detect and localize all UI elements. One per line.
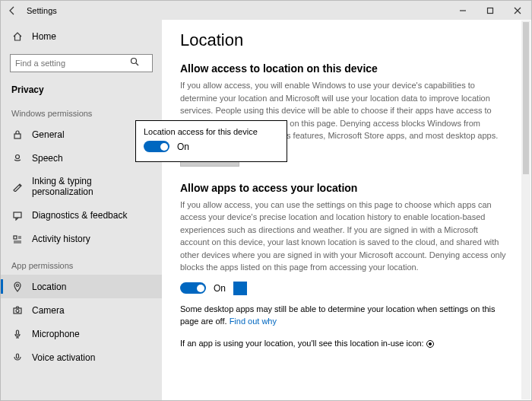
apps-location-toggle[interactable] (180, 282, 206, 294)
svg-rect-4 (14, 212, 21, 218)
location-in-use-icon (426, 340, 434, 348)
svg-point-1 (131, 59, 137, 64)
sidebar-item-label: Location (32, 282, 66, 292)
sidebar-item-label: Speech (32, 153, 63, 164)
popup-title: Location access for this device (144, 127, 279, 136)
voice-icon (11, 352, 23, 363)
scrollbar-thumb[interactable] (523, 22, 529, 174)
svg-rect-0 (488, 8, 493, 13)
home-nav[interactable]: Home (1, 24, 162, 48)
group-app-permissions: App permissions (1, 256, 162, 275)
speech-icon (11, 152, 23, 164)
svg-point-8 (16, 309, 19, 312)
sidebar-item-label: Camera (32, 305, 65, 316)
svg-rect-10 (16, 354, 18, 358)
section-allow-device-title: Allow access to location on this device (180, 62, 516, 75)
sidebar-item-label: Microphone (32, 329, 80, 339)
content-pane: Location Allow access to location on thi… (162, 20, 531, 400)
sidebar-item-voice-activation[interactable]: Voice activation (1, 345, 162, 369)
feedback-icon (11, 209, 23, 221)
minimize-button[interactable] (449, 1, 477, 20)
camera-icon (11, 304, 23, 316)
svg-point-6 (16, 284, 18, 286)
pen-icon (11, 181, 23, 193)
sidebar-item-label: General (32, 129, 65, 140)
svg-rect-9 (16, 330, 18, 335)
search-icon (130, 57, 139, 68)
sidebar-item-label: Diagnostics & feedback (32, 210, 127, 221)
section-allow-apps-title: Allow apps to access your location (180, 182, 516, 194)
history-icon (11, 233, 23, 244)
sidebar-item-label: Inking & typing personalization (32, 176, 151, 197)
sidebar-item-microphone[interactable]: Microphone (1, 322, 162, 345)
sidebar-item-activity-history[interactable]: Activity history (1, 227, 162, 250)
scrollbar[interactable] (521, 21, 530, 399)
sidebar: Home Privacy Windows permissions General… (1, 20, 162, 400)
windows-logo-icon (233, 282, 247, 295)
apps-location-toggle-state: On (214, 283, 226, 294)
location-icon (11, 281, 23, 292)
page-title: Location (180, 30, 516, 50)
lock-icon (11, 129, 23, 140)
svg-point-3 (15, 154, 19, 158)
back-button[interactable] (1, 6, 24, 15)
home-label: Home (32, 31, 56, 42)
sidebar-item-label: Activity history (32, 234, 90, 244)
svg-rect-2 (14, 134, 21, 138)
device-location-toggle[interactable] (144, 141, 169, 152)
find-out-why-link[interactable]: Find out why (230, 317, 277, 326)
close-button[interactable] (504, 1, 531, 20)
device-location-toggle-state: On (177, 142, 189, 152)
sidebar-item-diagnostics[interactable]: Diagnostics & feedback (1, 203, 162, 227)
sidebar-item-camera[interactable]: Camera (1, 298, 162, 322)
microphone-icon (11, 328, 23, 339)
desktop-apps-note: Some desktop apps may still be able to d… (180, 303, 507, 328)
section-allow-apps-desc: If you allow access, you can use the set… (180, 199, 507, 274)
sidebar-item-label: Voice activation (32, 352, 95, 363)
maximize-button[interactable] (477, 1, 504, 20)
location-access-popup: Location access for this device On (135, 120, 287, 162)
home-icon (11, 30, 23, 42)
sidebar-item-inking[interactable]: Inking & typing personalization (1, 170, 162, 203)
sidebar-item-location[interactable]: Location (1, 275, 162, 298)
app-title: Settings (24, 6, 57, 15)
category-label: Privacy (1, 80, 162, 104)
svg-rect-5 (14, 236, 17, 239)
in-use-note: If an app is using your location, you'll… (180, 337, 507, 350)
